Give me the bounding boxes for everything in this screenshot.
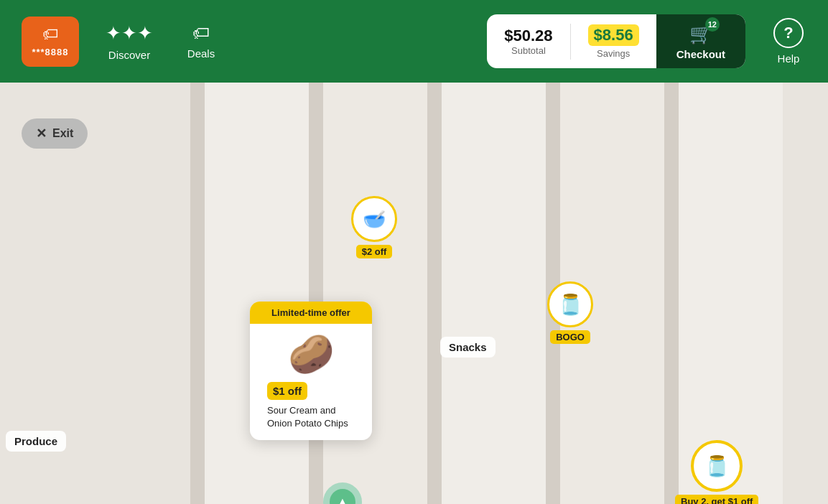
loyalty-card-button[interactable]: 🏷 ***8888 (22, 17, 79, 67)
savings-label: Savings (597, 48, 630, 59)
deals-label: Deals (187, 47, 215, 60)
exit-icon: ✕ (36, 126, 47, 141)
cart-count-badge: 12 (705, 17, 720, 32)
offer-popup-product-name: Sour Cream and Onion Potato Chips (259, 404, 363, 430)
store-map: ✕ Exit Produce Snacks 🥣 $2 off 🫙 BOGO 🫙 … (0, 83, 828, 504)
jam2-pin[interactable]: 🫙 Buy 2, get $1 off (675, 440, 758, 504)
help-label: Help (778, 52, 800, 65)
app-header: 🏷 ***8888 ✦✦✦ Discover 🏷 Deals $50.28 Su… (0, 0, 828, 83)
svg-rect-7 (783, 83, 828, 504)
offer-popup[interactable]: Limited-time offer 🥔 $1 off Sour Cream a… (250, 302, 372, 440)
nav-arrow: ▲ (330, 489, 355, 504)
deals-icon: 🏷 (192, 23, 210, 43)
savings-section: $8.56 Savings (571, 14, 656, 68)
peanut-butter-pin-label: BOGO (550, 330, 590, 344)
cereal-pin[interactable]: 🥣 $2 off (351, 196, 397, 258)
cereal-pin-label: $2 off (356, 245, 393, 258)
svg-rect-3 (309, 83, 323, 504)
peanut-butter-pin-circle: 🫙 (547, 281, 593, 327)
checkout-label: Checkout (676, 48, 725, 60)
help-button[interactable]: ? Help (756, 17, 821, 67)
snacks-label: Snacks (440, 337, 496, 358)
offer-popup-discount: $1 off (267, 382, 307, 400)
deals-button[interactable]: 🏷 Deals (165, 17, 237, 67)
produce-label: Produce (6, 431, 66, 452)
exit-label: Exit (52, 127, 73, 140)
svg-rect-10 (442, 83, 546, 504)
svg-rect-9 (323, 83, 427, 504)
exit-button[interactable]: ✕ Exit (22, 118, 88, 149)
help-icon: ? (773, 18, 804, 48)
jam2-pin-label: Buy 2, get $1 off (675, 495, 758, 504)
jam2-pin-circle: 🫙 (691, 440, 743, 492)
subtotal-section: $50.28 Subtotal (487, 14, 569, 68)
offer-popup-image: 🥔 (250, 324, 372, 382)
svg-rect-2 (190, 83, 205, 504)
discover-icon: ✦✦✦ (106, 22, 153, 45)
cereal-pin-circle: 🥣 (351, 196, 397, 242)
discover-button[interactable]: ✦✦✦ Discover (93, 17, 165, 67)
subtotal-label: Subtotal (511, 45, 546, 56)
checkout-button[interactable]: 🛒 12 Checkout (656, 14, 745, 68)
peanut-butter-pin[interactable]: 🫙 BOGO (547, 281, 593, 344)
svg-rect-4 (427, 83, 442, 504)
svg-rect-8 (205, 83, 309, 504)
checkout-group: $50.28 Subtotal $8.56 Savings 🛒 12 Check… (487, 14, 745, 68)
savings-amount: $8.56 (588, 24, 639, 46)
loyalty-card-number: ***8888 (32, 47, 68, 57)
loyalty-card-icon: 🏷 (42, 25, 58, 44)
offer-popup-header: Limited-time offer (250, 302, 372, 324)
subtotal-amount: $50.28 (504, 27, 552, 45)
discover-label: Discover (108, 49, 150, 61)
